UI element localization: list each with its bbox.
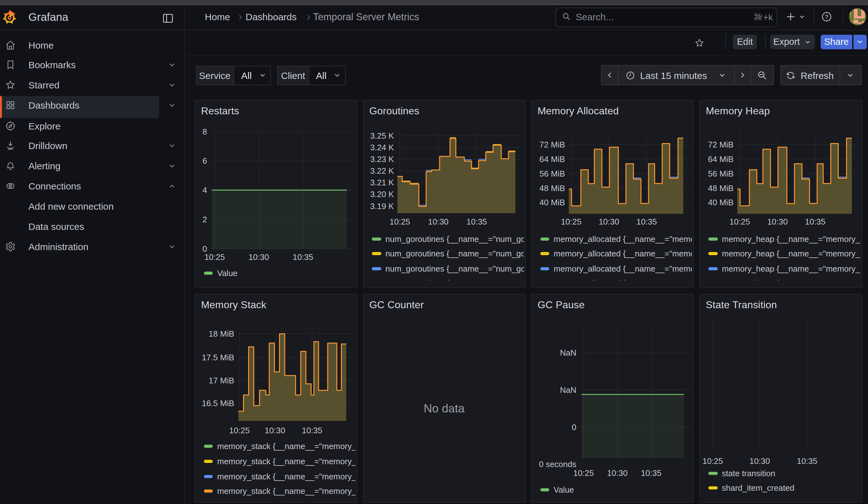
svg-text:10:25: 10:25 [229,425,250,435]
svg-text:0: 0 [572,422,576,432]
svg-text:10:30: 10:30 [767,217,787,226]
svg-text:3.24 K: 3.24 K [370,143,394,152]
svg-text:10:25: 10:25 [702,456,723,465]
svg-text:6: 6 [203,156,207,165]
svg-text:2: 2 [203,215,207,224]
svg-text:17 MiB: 17 MiB [209,376,234,385]
svg-text:40 MiB: 40 MiB [539,198,565,207]
svg-text:10:30: 10:30 [749,456,769,465]
svg-text:3.21 K: 3.21 K [370,178,394,187]
svg-text:10:25: 10:25 [573,468,594,477]
svg-text:10:30: 10:30 [607,468,628,477]
svg-text:72 MiB: 72 MiB [539,140,565,150]
svg-text:3.22 K: 3.22 K [370,166,394,176]
svg-text:64 MiB: 64 MiB [539,154,565,164]
svg-text:48 MiB: 48 MiB [707,184,733,193]
svg-text:56 MiB: 56 MiB [539,169,565,178]
svg-text:40 MiB: 40 MiB [707,198,733,207]
svg-text:10:30: 10:30 [599,217,619,226]
svg-text:10:35: 10:35 [302,425,322,435]
svg-text:72 MiB: 72 MiB [707,140,733,150]
svg-text:10:35: 10:35 [796,456,817,465]
svg-text:10:35: 10:35 [466,217,487,226]
svg-text:NaN: NaN [560,348,576,357]
svg-text:10:30: 10:30 [428,217,448,226]
svg-text:0 seconds: 0 seconds [539,459,576,469]
svg-text:48 MiB: 48 MiB [539,184,565,193]
svg-text:3.19 K: 3.19 K [370,202,394,211]
svg-text:17.5 MiB: 17.5 MiB [202,352,234,362]
svg-text:64 MiB: 64 MiB [707,154,733,164]
svg-text:3.25 K: 3.25 K [370,131,394,141]
svg-text:10:35: 10:35 [641,468,661,477]
svg-text:10:35: 10:35 [805,217,825,226]
svg-text:3.23 K: 3.23 K [370,154,394,164]
svg-text:10:30: 10:30 [265,425,285,435]
svg-text:4: 4 [203,185,207,195]
svg-text:56 MiB: 56 MiB [707,169,733,178]
svg-text:10:35: 10:35 [292,252,313,262]
svg-text:10:25: 10:25 [204,252,225,262]
svg-text:10:25: 10:25 [389,217,410,226]
svg-text:8: 8 [203,127,207,136]
svg-text:16.5 MiB: 16.5 MiB [202,398,234,408]
svg-text:10:35: 10:35 [636,217,657,226]
svg-text:10:25: 10:25 [561,217,581,226]
svg-text:10:30: 10:30 [248,252,269,262]
svg-text:3.20 K: 3.20 K [370,189,394,199]
svg-text:?: ? [825,13,828,20]
svg-text:18 MiB: 18 MiB [209,329,234,338]
svg-text:10:25: 10:25 [729,217,750,226]
svg-text:NaN: NaN [560,385,576,394]
